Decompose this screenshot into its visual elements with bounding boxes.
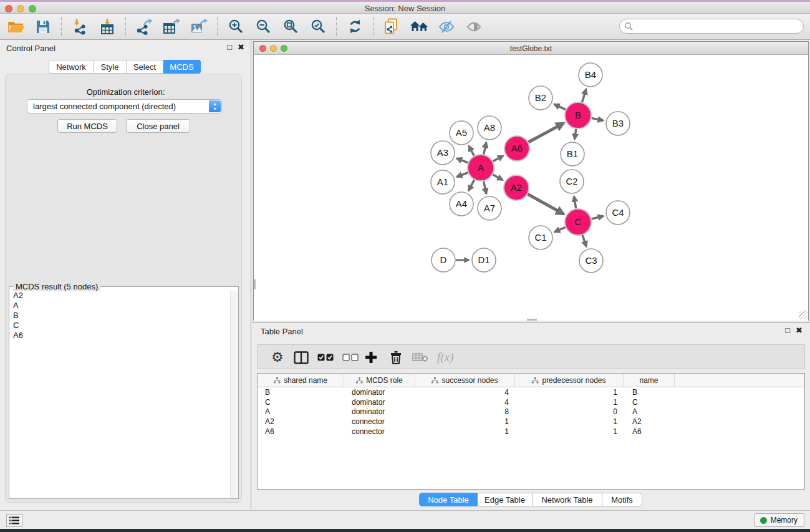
export-network-button[interactable] — [133, 16, 155, 37]
column-header-shared-name[interactable]: shared name — [258, 374, 344, 387]
graph-edge-A-A8[interactable] — [484, 142, 486, 154]
graph-edge-C-C1[interactable] — [554, 227, 566, 231]
cell-MCDS-role[interactable]: dominator — [344, 407, 415, 416]
graph-node-B1[interactable]: B1 — [561, 142, 584, 166]
split-view-button[interactable] — [294, 350, 309, 365]
cell-shared-name[interactable]: A — [258, 407, 344, 416]
cell-predecessor-nodes[interactable]: 0 — [515, 407, 624, 416]
graph-node-A5[interactable]: A5 — [450, 121, 473, 145]
cell-successor-nodes[interactable]: 4 — [415, 388, 515, 397]
close-panel-button[interactable]: Close panel — [126, 119, 190, 133]
result-scrollbar[interactable] — [230, 291, 238, 498]
function-builder-button[interactable]: f(x) — [437, 350, 453, 365]
task-history-button[interactable] — [6, 514, 22, 527]
export-table-button[interactable] — [161, 16, 182, 37]
cell-shared-name[interactable]: C — [258, 398, 344, 407]
graph-node-A4[interactable]: A4 — [450, 192, 473, 216]
cell-MCDS-role[interactable]: dominator — [344, 388, 415, 397]
add-column-button[interactable] — [365, 350, 377, 365]
hide-panel-eye-button[interactable] — [436, 16, 457, 37]
network-window-titlebar[interactable]: testGlobe.txt — [254, 42, 808, 55]
graph-node-C1[interactable]: C1 — [529, 226, 552, 249]
export-image-button[interactable] — [188, 16, 210, 37]
horizontal-scroll-hint[interactable] — [527, 319, 537, 321]
network-graph[interactable]: ABCA6A2A5A8A3A1A4A7B2B4B3B1C2C4C1C3DD1 — [254, 55, 808, 321]
graph-node-D1[interactable]: D1 — [472, 248, 496, 272]
mcds-result-list[interactable]: A2ABCA6 — [10, 291, 230, 498]
graph-node-A6[interactable]: A6 — [504, 136, 529, 161]
graph-node-B2[interactable]: B2 — [529, 86, 552, 110]
graph-node-C3[interactable]: C3 — [579, 249, 603, 273]
close-table-panel-icon[interactable]: ✖ — [796, 326, 803, 335]
graph-node-B[interactable]: B — [565, 102, 591, 128]
graph-node-B4[interactable]: B4 — [579, 63, 602, 87]
clone-network-button[interactable] — [381, 16, 402, 37]
mcds-result-item[interactable]: C — [10, 321, 230, 331]
graph-edge-A-A3[interactable] — [456, 158, 468, 163]
memory-button[interactable]: Memory — [755, 513, 804, 527]
delete-table-button[interactable] — [412, 350, 428, 365]
import-network-button[interactable] — [69, 16, 90, 37]
graph-node-A[interactable]: A — [468, 155, 494, 181]
cell-successor-nodes[interactable]: 4 — [415, 398, 515, 407]
tab-select[interactable]: Select — [127, 60, 163, 74]
tab-motifs[interactable]: Motifs — [602, 493, 642, 506]
zoom-selected-button[interactable] — [307, 16, 329, 37]
vertical-scroll-hint[interactable] — [254, 279, 256, 289]
graph-edge-C-C2[interactable] — [574, 196, 576, 209]
tab-edge-table[interactable]: Edge Table — [478, 493, 533, 506]
column-header-name[interactable]: name — [624, 374, 675, 387]
table-row[interactable]: A2connector11A2 — [258, 417, 804, 427]
graph-edge-B-B1[interactable] — [574, 129, 576, 139]
graph-edge-A6-B[interactable] — [528, 123, 564, 142]
mcds-result-item[interactable]: A6 — [10, 331, 230, 341]
tab-mcds[interactable]: MCDS — [163, 60, 201, 74]
cell-successor-nodes[interactable]: 1 — [415, 427, 515, 436]
cell-name[interactable]: C — [624, 398, 675, 407]
graph-node-C2[interactable]: C2 — [560, 170, 584, 193]
graph-node-C[interactable]: C — [565, 209, 591, 235]
show-panel-eye-button[interactable] — [463, 16, 485, 37]
run-mcds-button[interactable]: Run MCDS — [57, 119, 117, 133]
search-input[interactable] — [619, 19, 804, 34]
tab-network-table[interactable]: Network Table — [533, 493, 602, 506]
float-panel-icon[interactable]: □ — [227, 42, 232, 52]
cell-successor-nodes[interactable]: 8 — [415, 407, 515, 416]
select-all-checkboxes-button[interactable] — [317, 350, 334, 365]
cell-name[interactable]: B — [624, 388, 675, 397]
graph-node-A2[interactable]: A2 — [504, 175, 529, 200]
graph-edge-A-A7[interactable] — [484, 181, 486, 194]
cell-predecessor-nodes[interactable]: 1 — [515, 427, 624, 436]
graph-node-A1[interactable]: A1 — [431, 170, 455, 194]
deselect-all-checkboxes-button[interactable] — [342, 350, 359, 365]
cell-predecessor-nodes[interactable]: 1 — [515, 388, 624, 397]
table-row[interactable]: Adominator80A — [258, 407, 804, 417]
graph-node-D[interactable]: D — [432, 248, 455, 272]
graph-node-B3[interactable]: B3 — [606, 112, 630, 135]
zoom-fit-button[interactable] — [280, 16, 301, 37]
cell-shared-name[interactable]: A2 — [258, 417, 344, 426]
float-table-panel-icon[interactable]: □ — [785, 326, 790, 335]
mcds-result-item[interactable]: A2 — [10, 291, 230, 301]
graph-edge-A-A5[interactable] — [469, 146, 475, 156]
graph-edge-A-A4[interactable] — [468, 180, 474, 190]
graph-edge-A-A6[interactable] — [493, 156, 503, 162]
cell-MCDS-role[interactable]: dominator — [344, 398, 415, 407]
home-button[interactable] — [408, 16, 430, 37]
graph-edge-B-B4[interactable] — [582, 89, 586, 102]
cell-shared-name[interactable]: B — [258, 388, 344, 397]
cell-name[interactable]: A — [624, 407, 675, 416]
column-header-predecessor-nodes[interactable]: predecessor nodes — [515, 374, 624, 387]
delete-column-button[interactable] — [390, 350, 402, 365]
graph-node-A8[interactable]: A8 — [478, 116, 501, 140]
cell-MCDS-role[interactable]: connector — [344, 427, 415, 436]
graph-node-A3[interactable]: A3 — [431, 141, 455, 165]
criterion-select[interactable]: largest connected component (directed) ▲… — [27, 99, 222, 114]
zoom-in-button[interactable] — [225, 16, 246, 37]
graph-edge-C-C3[interactable] — [582, 235, 586, 246]
mcds-result-item[interactable]: A — [10, 301, 230, 311]
graph-node-C4[interactable]: C4 — [606, 201, 630, 225]
mcds-result-item[interactable]: B — [10, 311, 230, 321]
graph-edge-B-B3[interactable] — [592, 118, 604, 120]
graph-edge-C-C4[interactable] — [591, 216, 603, 219]
